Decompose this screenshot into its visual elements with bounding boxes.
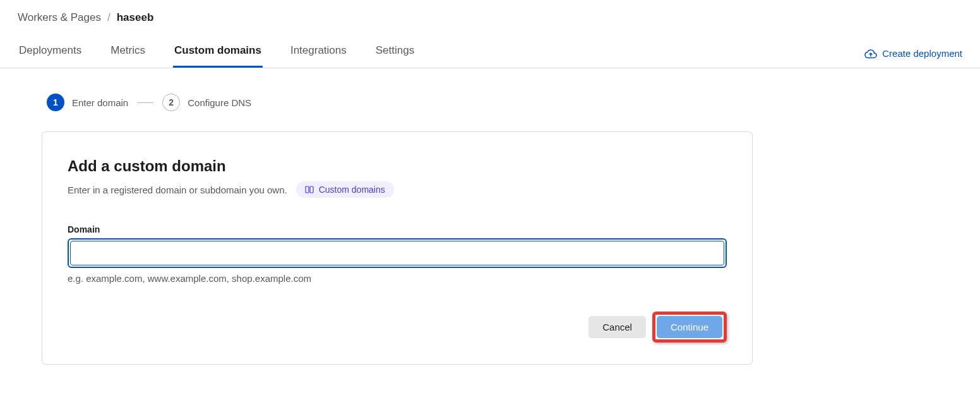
header-row: Deployments Metrics Custom domains Integ… — [0, 37, 980, 68]
tab-metrics[interactable]: Metrics — [109, 37, 146, 68]
domain-input[interactable] — [70, 241, 724, 265]
tab-deployments[interactable]: Deployments — [18, 37, 83, 68]
step-2-circle: 2 — [162, 94, 180, 111]
create-deployment-link[interactable]: Create deployment — [864, 48, 962, 68]
step-2-label: Configure DNS — [188, 97, 251, 108]
continue-highlight: Continue — [652, 312, 727, 343]
continue-button[interactable]: Continue — [657, 316, 722, 338]
button-row: Cancel Continue — [68, 312, 727, 343]
custom-domains-badge[interactable]: Custom domains — [296, 181, 394, 198]
add-domain-card: Add a custom domain Enter in a registere… — [42, 131, 753, 365]
svg-rect-0 — [306, 186, 309, 193]
book-icon — [305, 186, 314, 193]
step-1-label: Enter domain — [72, 97, 128, 108]
create-deployment-label: Create deployment — [882, 48, 962, 59]
domain-field-label: Domain — [68, 224, 727, 234]
breadcrumb-current[interactable]: haseeb — [117, 11, 154, 24]
card-subtitle: Enter in a registered domain or subdomai… — [68, 185, 287, 195]
card-subrow: Enter in a registered domain or subdomai… — [68, 181, 727, 198]
step-2: 2 Configure DNS — [162, 94, 251, 111]
step-connector — [137, 102, 153, 103]
cancel-button[interactable]: Cancel — [589, 316, 646, 338]
card-title: Add a custom domain — [68, 157, 727, 175]
badge-label: Custom domains — [319, 185, 385, 195]
domain-hint: e.g. example.com, www.example.com, shop.… — [68, 273, 727, 284]
step-1-circle: 1 — [47, 94, 64, 111]
breadcrumb: Workers & Pages / haseeb — [0, 0, 980, 24]
tab-settings[interactable]: Settings — [374, 37, 415, 68]
breadcrumb-separator: / — [107, 11, 111, 24]
tab-integrations[interactable]: Integrations — [289, 37, 348, 68]
stepper: 1 Enter domain 2 Configure DNS — [47, 94, 980, 111]
domain-field-wrapper — [68, 238, 727, 268]
main-area: 1 Enter domain 2 Configure DNS Add a cus… — [0, 68, 980, 365]
step-1: 1 Enter domain — [47, 94, 128, 111]
cloud-upload-icon — [864, 49, 877, 59]
svg-rect-1 — [310, 186, 313, 193]
tab-custom-domains[interactable]: Custom domains — [173, 37, 263, 68]
breadcrumb-root[interactable]: Workers & Pages — [18, 11, 101, 24]
tabs: Deployments Metrics Custom domains Integ… — [18, 37, 415, 68]
